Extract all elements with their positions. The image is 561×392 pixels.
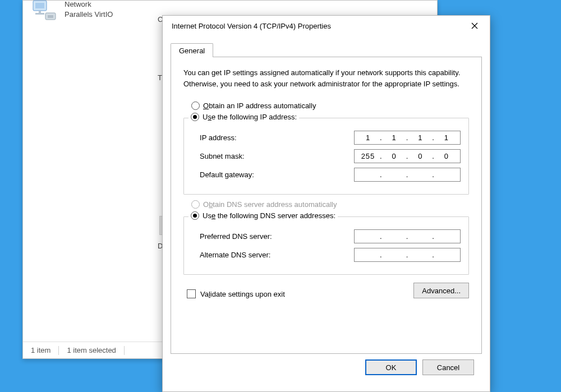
tab-general-content: You can get IP settings assigned automat… (171, 57, 482, 354)
ip-address-label: IP address: (200, 133, 237, 142)
status-item-count: 1 item (31, 346, 50, 354)
dns-server-group: Use the following DNS server addresses: … (183, 216, 469, 275)
ip-address-input[interactable]: 1. 1. 1. 1 (354, 131, 461, 145)
field-preferred-dns: Preferred DNS server: . . . (192, 229, 461, 243)
svg-rect-3 (35, 13, 44, 15)
advanced-button[interactable]: Advanced... (413, 283, 469, 298)
description-text: You can get IP settings assigned automat… (183, 67, 469, 89)
svg-rect-2 (39, 11, 41, 13)
ip-address-group: Use the following IP address: IP address… (183, 118, 469, 195)
network-adapter-item[interactable]: Network Parallels VirtIO (31, 0, 113, 23)
checkbox-icon (187, 289, 196, 298)
preferred-dns-label: Preferred DNS server: (200, 232, 272, 241)
radio-obtain-ip-auto[interactable]: Obtain an IP address automatically (183, 102, 469, 110)
dialog-title: Internet Protocol Version 4 (TCP/IPv4) P… (172, 22, 331, 30)
field-ip-address: IP address: 1. 1. 1. 1 (192, 131, 461, 145)
network-adapter-label: Network Parallels VirtIO (65, 0, 113, 19)
dialog-titlebar: Internet Protocol Version 4 (TCP/IPv4) P… (163, 16, 490, 36)
subnet-mask-input[interactable]: 255. 0. 0. 0 (354, 149, 461, 163)
svg-rect-5 (48, 15, 53, 18)
radio-label: Use the following IP address: (203, 113, 297, 121)
network-adapter-name: Network (65, 0, 113, 10)
radio-label: Obtain an IP address automatically (203, 102, 316, 110)
preferred-dns-input[interactable]: . . . (354, 229, 461, 243)
field-subnet-mask: Subnet mask: 255. 0. 0. 0 (192, 149, 461, 163)
field-alternate-dns: Alternate DNS server: . . . (192, 248, 461, 262)
network-adapter-device: Parallels VirtIO (65, 10, 113, 20)
cancel-button[interactable]: Cancel (422, 359, 474, 375)
ok-button[interactable]: OK (365, 359, 417, 375)
default-gateway-input[interactable]: . . . (354, 168, 461, 182)
subnet-mask-label: Subnet mask: (200, 152, 245, 160)
tcpip-properties-dialog: Internet Protocol Version 4 (TCP/IPv4) P… (162, 15, 490, 392)
radio-label: Obtain DNS server address automatically (203, 200, 337, 209)
radio-use-following-ip[interactable]: Use the following IP address: (188, 113, 299, 121)
radio-icon (191, 113, 199, 121)
validate-settings-checkbox[interactable]: Validate settings upon exit (183, 289, 285, 298)
radio-obtain-dns-auto: Obtain DNS server address automatically (183, 200, 469, 209)
default-gateway-label: Default gateway: (200, 170, 254, 179)
radio-icon (191, 102, 200, 110)
tab-strip: General (171, 40, 482, 57)
validate-settings-label: Validate settings upon exit (200, 290, 285, 298)
radio-label: Use the following DNS server addresses: (203, 211, 335, 220)
radio-use-following-dns[interactable]: Use the following DNS server addresses: (188, 211, 338, 220)
radio-icon (191, 200, 200, 209)
dialog-footer: OK Cancel (171, 354, 482, 375)
status-separator (124, 346, 125, 355)
status-selected-count: 1 item selected (67, 346, 116, 354)
field-default-gateway: Default gateway: . . . (192, 168, 461, 182)
close-icon (471, 22, 478, 29)
tab-general[interactable]: General (171, 43, 213, 57)
radio-icon (191, 211, 199, 220)
svg-rect-1 (35, 3, 44, 8)
close-button[interactable] (465, 19, 484, 33)
status-separator (58, 346, 59, 355)
alternate-dns-label: Alternate DNS server: (200, 251, 270, 259)
network-adapter-icon (31, 0, 58, 23)
alternate-dns-input[interactable]: . . . (354, 248, 461, 262)
